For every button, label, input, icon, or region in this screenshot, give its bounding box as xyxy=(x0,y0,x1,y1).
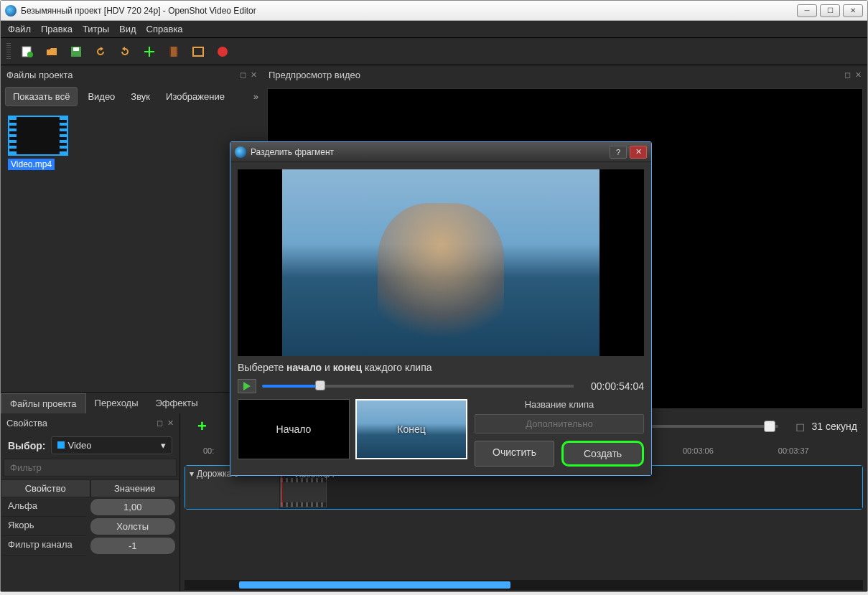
file-name-label: Video.mp4 xyxy=(8,159,55,170)
svg-rect-6 xyxy=(177,47,178,57)
window-title: Безымянный проект [HDV 720 24p] - OpenSh… xyxy=(21,6,797,16)
fullscreen-icon[interactable] xyxy=(190,44,206,60)
project-files-title: Файлы проекта xyxy=(6,70,73,80)
create-button[interactable]: Создать xyxy=(561,441,644,467)
close-props-icon[interactable]: ✕ xyxy=(167,418,174,428)
table-row: Альфа 1,00 xyxy=(1,497,179,517)
preview-title: Предпросмотр видео xyxy=(269,70,360,80)
menubar: Файл Правка Титры Вид Справка xyxy=(1,21,867,38)
table-row: Якорь Холсты xyxy=(1,517,179,536)
titlebar: Безымянный проект [HDV 720 24p] - OpenSh… xyxy=(1,1,867,21)
minimize-button[interactable]: ─ xyxy=(797,4,817,17)
tab-effects[interactable]: Эффекты xyxy=(147,393,207,413)
dialog-timecode: 00:00:54:04 xyxy=(579,380,644,392)
close-preview-icon[interactable]: ✕ xyxy=(855,70,862,80)
tab-project-files[interactable]: Файлы проекта xyxy=(1,393,86,413)
dialog-close-button[interactable]: ✕ xyxy=(630,146,647,159)
menu-titles[interactable]: Титры xyxy=(83,24,109,34)
svg-rect-5 xyxy=(169,47,171,57)
save-project-icon[interactable] xyxy=(68,44,84,60)
filter-overflow-icon[interactable]: » xyxy=(253,91,258,102)
start-thumbnail[interactable]: Начало xyxy=(238,399,350,459)
close-panel-icon[interactable]: ✕ xyxy=(251,70,257,80)
file-item[interactable]: Video.mp4 xyxy=(8,116,71,170)
menu-edit[interactable]: Правка xyxy=(41,24,73,34)
menu-file[interactable]: Файл xyxy=(8,24,31,34)
redo-icon[interactable] xyxy=(117,44,133,60)
chevron-down-icon[interactable]: ▾ xyxy=(190,469,194,479)
tick-label: 00:03:37 xyxy=(778,446,809,455)
detach-panel-icon[interactable]: ◻ xyxy=(240,70,246,80)
export-icon[interactable] xyxy=(215,44,230,60)
menu-view[interactable]: Вид xyxy=(119,24,136,34)
menu-help[interactable]: Справка xyxy=(146,24,183,34)
filter-show-all[interactable]: Показать всё xyxy=(5,87,78,106)
film-icon[interactable] xyxy=(166,44,182,60)
dialog-preview[interactable] xyxy=(238,169,644,356)
app-icon xyxy=(5,5,17,17)
filter-video[interactable]: Видео xyxy=(82,88,121,105)
close-button[interactable]: ✕ xyxy=(843,4,863,17)
svg-point-8 xyxy=(218,47,228,57)
timeline-duration: 31 секунд xyxy=(812,421,857,432)
svg-rect-7 xyxy=(193,47,203,56)
filter-audio[interactable]: Звук xyxy=(125,88,156,105)
undo-icon[interactable] xyxy=(93,44,108,60)
clip-name-label: Название клипа xyxy=(475,399,644,410)
snap-icon[interactable]: ◻ xyxy=(795,420,805,434)
tab-transitions[interactable]: Переходы xyxy=(86,393,147,413)
dialog-seek-slider[interactable] xyxy=(262,385,574,388)
toolbar xyxy=(1,38,867,65)
column-value[interactable]: Значение xyxy=(90,479,180,497)
chevron-down-icon: ▾ xyxy=(161,440,166,451)
filter-image[interactable]: Изображение xyxy=(160,88,230,105)
dialog-instruction: Выберете начало и конец каждого клипа xyxy=(238,362,644,373)
add-icon[interactable] xyxy=(141,44,157,60)
clip-name-input[interactable] xyxy=(475,414,644,434)
open-project-icon[interactable] xyxy=(44,44,60,60)
property-filter-input[interactable] xyxy=(4,459,177,477)
properties-title: Свойства xyxy=(6,418,47,428)
dialog-title: Разделить фрагмент xyxy=(251,147,607,157)
dialog-play-button[interactable] xyxy=(238,379,256,393)
new-project-icon[interactable] xyxy=(19,44,35,60)
add-track-icon[interactable]: + xyxy=(197,417,207,436)
tick-label: 00:03:06 xyxy=(683,446,714,455)
clear-button[interactable]: Очистить xyxy=(475,441,554,467)
svg-point-1 xyxy=(27,52,33,57)
column-property[interactable]: Свойство xyxy=(1,479,90,497)
end-thumbnail[interactable]: Конец xyxy=(355,399,467,459)
dialog-help-button[interactable]: ? xyxy=(610,146,627,159)
toolbar-grip[interactable] xyxy=(6,43,11,60)
detach-preview-icon[interactable]: ◻ xyxy=(844,70,851,80)
svg-rect-3 xyxy=(73,47,79,51)
detach-props-icon[interactable]: ◻ xyxy=(157,418,163,428)
timeline-scrollbar[interactable] xyxy=(185,580,863,590)
split-clip-dialog: Разделить фрагмент ? ✕ Выберете начало и… xyxy=(230,141,652,476)
maximize-button[interactable]: ☐ xyxy=(820,4,840,17)
selection-dropdown[interactable]: Video ▾ xyxy=(51,436,172,454)
table-row: Фильтр канала -1 xyxy=(1,536,179,556)
selection-label: Выбор: xyxy=(8,440,45,451)
current-time: 00: xyxy=(203,446,214,455)
properties-panel: Свойства ◻✕ Выбор: Video ▾ Свойство xyxy=(1,413,180,591)
project-files-panel: Файлы проекта ◻✕ Показать всё Видео Звук… xyxy=(1,65,263,413)
dialog-icon xyxy=(235,146,246,158)
